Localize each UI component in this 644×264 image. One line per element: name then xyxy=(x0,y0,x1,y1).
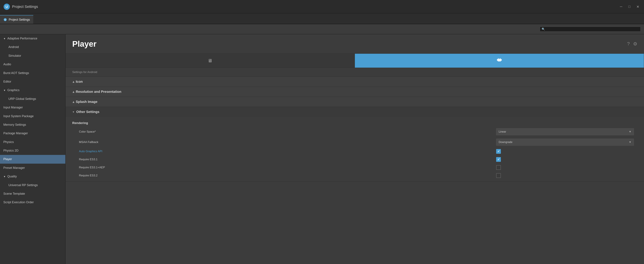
svg-rect-6 xyxy=(498,59,501,61)
sidebar-label: Android xyxy=(8,45,19,49)
sidebar-item-input-system[interactable]: Input System Package xyxy=(0,112,65,120)
sidebar-label: Quality xyxy=(8,175,17,178)
sidebar-item-audio[interactable]: Audio xyxy=(0,60,65,69)
es31-value xyxy=(496,157,634,162)
color-space-label: Color Space* xyxy=(76,130,496,133)
search-input[interactable] xyxy=(546,28,639,30)
sidebar-label: Adaptive Performance xyxy=(8,36,37,40)
es31aep-label: Require ES3.1+AEP xyxy=(76,166,496,169)
dropdown-arrow-icon: ▼ xyxy=(629,141,632,144)
color-space-value: Linear ▼ xyxy=(496,128,634,135)
main-layout: ▼ Adaptive Performance Android Simulator… xyxy=(0,34,644,264)
setting-row-color-space: Color Space* Linear ▼ xyxy=(72,127,637,137)
sidebar-item-memory-settings[interactable]: Memory Settings xyxy=(0,120,65,129)
tab-label: Project Settings xyxy=(9,18,30,21)
section-icon-title: Icon xyxy=(76,80,83,84)
sidebar-item-editor[interactable]: Editor xyxy=(0,77,65,86)
section-splash-header[interactable]: ▶ Splash Image xyxy=(66,97,644,107)
sidebar-label: Graphics xyxy=(8,88,20,92)
search-container: 🔍 xyxy=(540,27,641,31)
triangle-icon: ▼ xyxy=(3,175,6,178)
section-triangle-icon: ▶ xyxy=(72,91,74,93)
sidebar-item-burst-aot[interactable]: Burst AOT Settings xyxy=(0,69,65,77)
sidebar-item-urp-global[interactable]: URP Global Settings xyxy=(0,95,65,103)
sidebar-label: Physics 2D xyxy=(3,149,18,153)
maximize-button[interactable]: □ xyxy=(627,4,632,9)
app-icon: U xyxy=(3,3,10,10)
triangle-icon: ▼ xyxy=(3,89,6,92)
sidebar-label: Editor xyxy=(3,80,11,84)
triangle-icon: ▼ xyxy=(3,37,6,40)
color-space-dropdown[interactable]: Linear ▼ xyxy=(496,128,634,135)
section-other-content: Rendering Color Space* Linear ▼ MSAA Fal… xyxy=(66,117,644,181)
sidebar-item-physics[interactable]: Physics xyxy=(0,138,65,146)
sidebar-item-simulator[interactable]: Simulator xyxy=(0,51,65,60)
setting-row-msaa: MSAA Fallback Downgrade ▼ xyxy=(72,137,637,147)
content-header: Player ? ⚙ xyxy=(66,34,644,54)
settings-icon[interactable]: ⚙ xyxy=(633,41,637,47)
section-resolution-header[interactable]: ▶ Resolution and Presentation xyxy=(66,87,644,97)
section-triangle-icon: ▼ xyxy=(72,111,74,113)
section-splash: ▶ Splash Image xyxy=(66,97,644,107)
sidebar-label: Script Execution Order xyxy=(3,200,34,204)
search-bar: 🔍 xyxy=(0,24,644,34)
es31-checkbox-container xyxy=(496,157,634,162)
sidebar-item-physics-2d[interactable]: Physics 2D xyxy=(0,146,65,155)
sidebar-item-universal-rp[interactable]: Universal RP Settings xyxy=(0,181,65,190)
svg-rect-7 xyxy=(497,59,498,61)
auto-graphics-checkbox[interactable] xyxy=(496,149,501,154)
tab-project-settings[interactable]: U Project Settings xyxy=(0,15,33,24)
sidebar-label: Player xyxy=(3,157,12,161)
section-other-settings: ▼ Other Settings Rendering Color Space* … xyxy=(66,107,644,181)
sidebar-item-preset-manager[interactable]: Preset Manager xyxy=(0,164,65,172)
dropdown-arrow-icon: ▼ xyxy=(629,130,632,133)
auto-graphics-value xyxy=(496,149,634,154)
sidebar-item-script-execution[interactable]: Script Execution Order xyxy=(0,198,65,207)
section-icon-header[interactable]: ▶ Icon xyxy=(66,77,644,87)
close-button[interactable]: ✕ xyxy=(635,4,641,9)
msaa-dropdown[interactable]: Downgrade ▼ xyxy=(496,139,634,146)
es31-label: Require ES3.1 xyxy=(76,158,496,161)
section-other-header[interactable]: ▼ Other Settings xyxy=(66,107,644,117)
sidebar-item-player[interactable]: Player xyxy=(0,155,65,163)
sidebar-item-android[interactable]: Android xyxy=(0,43,65,51)
section-resolution-title: Resolution and Presentation xyxy=(76,90,121,94)
es31-checkbox[interactable] xyxy=(496,157,501,162)
section-triangle-icon: ▶ xyxy=(72,81,74,83)
android-icon xyxy=(496,57,502,64)
setting-row-es32: Require ES3.2 xyxy=(72,172,637,180)
auto-graphics-label[interactable]: Auto Graphics API xyxy=(76,150,496,153)
sidebar-item-adaptive-performance[interactable]: ▼ Adaptive Performance xyxy=(0,34,65,43)
sidebar-item-quality[interactable]: ▼ Quality xyxy=(0,172,65,181)
sidebar-label: Scene Template xyxy=(3,192,25,196)
minimize-button[interactable]: ─ xyxy=(619,4,624,9)
title-bar: U Project Settings ─ □ ✕ xyxy=(0,0,644,13)
sidebar-item-graphics[interactable]: ▼ Graphics xyxy=(0,86,65,94)
sidebar-label: Input System Package xyxy=(3,114,34,118)
msaa-label: MSAA Fallback xyxy=(76,140,496,144)
platform-tab-android[interactable] xyxy=(355,54,644,68)
sidebar-label: Audio xyxy=(3,62,11,66)
header-icons: ? ⚙ xyxy=(627,41,637,47)
platform-tabs: 🖥 xyxy=(66,54,644,68)
sidebar-item-input-manager[interactable]: Input Manager xyxy=(0,103,65,112)
sidebar-label: Preset Manager xyxy=(3,166,25,170)
auto-graphics-checkbox-container xyxy=(496,149,634,154)
section-icon: ▶ Icon xyxy=(66,77,644,87)
section-triangle-icon: ▶ xyxy=(72,101,74,103)
rendering-subsection-title: Rendering xyxy=(72,118,637,127)
section-other-title: Other Settings xyxy=(76,110,100,114)
platform-tab-desktop[interactable]: 🖥 xyxy=(66,54,355,68)
help-icon[interactable]: ? xyxy=(627,41,630,47)
sidebar-label: Simulator xyxy=(8,54,21,58)
section-splash-title: Splash Image xyxy=(76,100,98,104)
setting-row-es31: Require ES3.1 xyxy=(72,155,637,163)
es31aep-checkbox-container xyxy=(496,165,634,170)
es32-checkbox[interactable] xyxy=(496,173,501,178)
window-controls: ─ □ ✕ xyxy=(619,4,641,9)
es31aep-checkbox[interactable] xyxy=(496,165,501,170)
title-bar-text: Project Settings xyxy=(12,4,38,9)
sidebar-item-package-manager[interactable]: Package Manager xyxy=(0,129,65,138)
sidebar-label: Physics xyxy=(3,140,14,144)
sidebar-item-scene-template[interactable]: Scene Template xyxy=(0,190,65,198)
